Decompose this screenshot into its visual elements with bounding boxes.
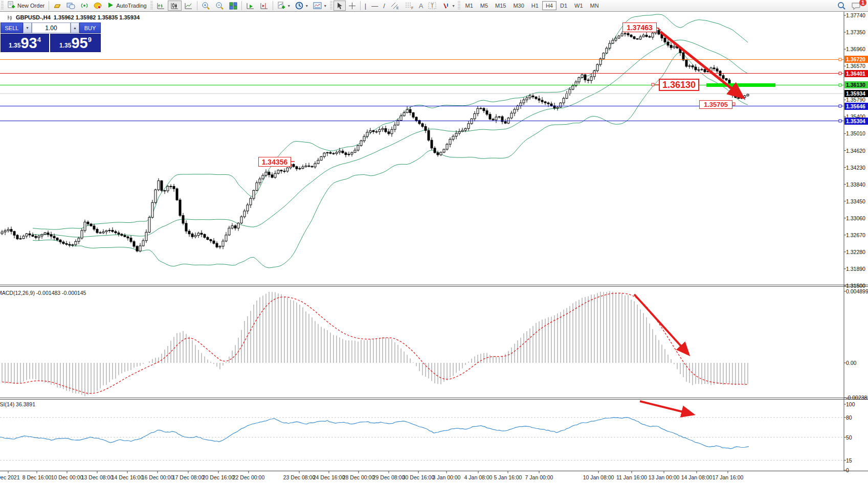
price-annotation[interactable]: 1.36130: [659, 79, 699, 91]
toolbar: New Order AutoTrading: [0, 0, 868, 12]
periods-caret-icon: ▾: [306, 4, 308, 8]
price-annotation[interactable]: 1.37463: [622, 22, 657, 32]
vertical-line-tool-button[interactable]: |: [362, 1, 369, 11]
mql5-community-button[interactable]: [91, 1, 104, 11]
price-annotation[interactable]: 1.35705: [699, 100, 732, 109]
time-axis-label: 8 Dec 16:00: [23, 474, 52, 480]
sell-price-prefix: 1.35: [9, 42, 20, 49]
buy-price-prefix: 1.35: [59, 42, 71, 49]
bar-chart-button[interactable]: [154, 1, 168, 11]
timeframe-button-mn[interactable]: MN: [587, 1, 603, 10]
chart-shift-button[interactable]: [257, 1, 271, 11]
text-tool-button[interactable]: A: [416, 1, 426, 11]
price-axis-label: 1.32280: [846, 249, 865, 255]
timeframe-button-m15[interactable]: M15: [492, 1, 509, 10]
autotrading-play-icon: [107, 2, 114, 10]
zoom-in-button[interactable]: [199, 1, 213, 11]
volume-input[interactable]: 1.00: [32, 22, 71, 33]
timeframe-button-h1[interactable]: H1: [528, 1, 542, 10]
time-axis-label: Dec 2021: [0, 474, 19, 480]
arrows-tool-button[interactable]: ▾: [439, 1, 457, 11]
price-axis-label: 80: [846, 414, 852, 421]
candlestick-chart-button[interactable]: [168, 1, 182, 11]
line-chart-button[interactable]: [182, 1, 195, 11]
trendline-tool-button[interactable]: /: [381, 1, 388, 11]
time-axis-label: 3 Jan 00:00: [433, 474, 461, 480]
time-axis-label: 29 Dec 08:00: [373, 474, 405, 480]
price-axis-label: 0.00: [846, 360, 856, 366]
autotrading-button[interactable]: AutoTrading: [104, 1, 149, 11]
price-axis-label: 1.37740: [846, 12, 865, 18]
cursor-tool-button[interactable]: [333, 1, 346, 11]
horizontal-line-tool-button[interactable]: —: [369, 1, 381, 11]
price-level-badge: 1.36130: [844, 81, 868, 88]
timeframe-button-m30[interactable]: M30: [509, 1, 527, 10]
templates-button[interactable]: ▾: [310, 1, 329, 11]
signals-button[interactable]: [78, 1, 91, 11]
time-axis-label: 14 Jan 08:00: [681, 474, 713, 480]
new-order-button[interactable]: New Order: [5, 1, 47, 11]
time-axis-label: 30 Dec 16:00: [403, 474, 434, 480]
price-axis-label: 1.35010: [846, 130, 865, 136]
price-axis-label: 50: [846, 434, 852, 441]
sell-price-display[interactable]: 1.35 93 4: [1, 34, 49, 52]
text-label-tool-button[interactable]: T: [426, 1, 439, 11]
toolbar-grip[interactable]: [458, 1, 460, 10]
buy-button[interactable]: BUY: [79, 22, 101, 33]
separator: [241, 1, 242, 10]
volume-decrease-button[interactable]: ▼: [23, 22, 32, 33]
time-axis-label: 28 Dec 00:00: [343, 474, 374, 480]
price-level-badge: 1.36720: [844, 56, 868, 63]
buy-price-big: 95: [71, 36, 87, 51]
separator: [273, 1, 273, 10]
time-axis-label: 10 Jan 08:00: [583, 474, 614, 480]
toolbar-grip[interactable]: [150, 1, 153, 10]
periods-button[interactable]: ▾: [293, 1, 310, 11]
timeframe-button-m1[interactable]: M1: [461, 1, 476, 10]
new-order-label: New Order: [17, 3, 44, 9]
auto-scroll-button[interactable]: [243, 1, 257, 11]
price-axis-label: 1.36960: [846, 46, 865, 52]
chart-title-row: GBPUSD-,H4 1.35962 1.35982 1.35835 1.359…: [7, 14, 140, 20]
time-axis-label: 13 Jan 00:00: [649, 474, 680, 480]
fibonacci-tool-button[interactable]: F: [402, 1, 416, 11]
price-annotation[interactable]: 1.34356: [258, 157, 291, 167]
search-icon[interactable]: [834, 1, 849, 11]
chart-window[interactable]: GBPUSD-,H4 1.35962 1.35982 1.35835 1.359…: [0, 12, 868, 484]
price-axis-label: 1.34230: [846, 165, 865, 171]
chart-title-icon: [7, 15, 13, 20]
separator: [360, 1, 361, 10]
price-axis-label: 1.37350: [846, 29, 865, 35]
deposit-button[interactable]: [51, 1, 64, 11]
time-axis-label: 7 Jan 00:00: [525, 474, 553, 480]
notifications-button[interactable]: 1: [849, 1, 864, 11]
price-axis-label: 1.36570: [846, 63, 865, 69]
price-axis-label: 1.33840: [846, 181, 865, 188]
buy-price-display[interactable]: 1.35 95 9: [50, 34, 101, 52]
equidistant-channel-tool-button[interactable]: E: [388, 1, 402, 11]
timeframe-button-m5[interactable]: M5: [477, 1, 492, 10]
toolbar-grip[interactable]: [330, 1, 332, 10]
timeframe-button-w1[interactable]: W1: [571, 1, 587, 10]
separator: [49, 1, 49, 10]
indicators-button[interactable]: ▾: [275, 1, 293, 11]
market-watch-button[interactable]: [64, 1, 78, 11]
one-click-trading-panel: SELL ▼ 1.00 ▲ BUY 1.35 93 4 1.35 95 9: [1, 22, 101, 52]
zoom-out-button[interactable]: [213, 1, 227, 11]
chart-canvas[interactable]: [0, 0, 868, 484]
crosshair-tool-button[interactable]: [346, 1, 359, 11]
sell-button[interactable]: SELL: [1, 22, 23, 33]
toolbar-grip[interactable]: [1, 1, 4, 10]
timeframe-button-d1[interactable]: D1: [557, 1, 571, 10]
price-axis-label: 1.33450: [846, 198, 865, 204]
separator: [197, 1, 197, 10]
timeframe-button-h4[interactable]: H4: [542, 1, 557, 10]
volume-increase-button[interactable]: ▲: [71, 22, 79, 33]
price-level-badge: 1.35934: [844, 90, 868, 97]
time-axis-label: 20 Dec 16:00: [203, 474, 234, 480]
price-axis-label: 0.004899: [846, 288, 868, 294]
time-axis-label: 17 Dec 08:00: [172, 474, 204, 480]
tile-windows-button[interactable]: [227, 1, 240, 11]
buy-price-pip: 9: [88, 36, 92, 43]
svg-text:F: F: [411, 6, 413, 10]
